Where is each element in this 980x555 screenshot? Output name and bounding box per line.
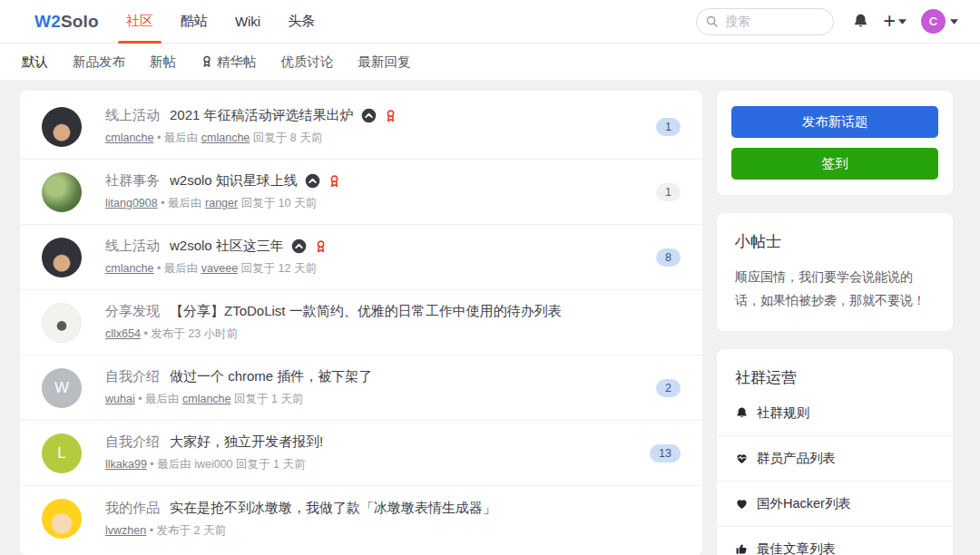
nav-item-community[interactable]: 社区 [126,0,153,43]
filter-item-new-products[interactable]: 新品发布 [73,54,125,71]
topic-title[interactable]: 【分享】ZToDoList 一款简约、优雅的日常工作中使用的待办列表 [170,303,562,320]
sidebar-link-rules[interactable]: 社群规则 [717,391,953,435]
sidebar-actions-card: 发布新话题 签到 [717,91,953,195]
logo-part-gray: Solo [61,12,99,31]
thumbs-up-icon [735,542,749,555]
user-link[interactable]: cmlanche [105,262,154,275]
topic-meta: cmlanche • 最后由 vaveee 回复于 12 天前 [105,261,640,277]
user-link[interactable]: litang0908 [105,197,158,209]
user-link[interactable]: ranger [205,197,238,209]
user-link[interactable]: lvwzhen [105,524,146,537]
sidebar-link-best-articles[interactable]: 最佳文章列表 [717,526,953,555]
topic-title[interactable]: 实在是抢不到冰墩墩，我做了款「冰墩墩表情生成器」 [170,500,496,517]
medal-icon [328,174,341,189]
user-link[interactable]: cmlanche [182,393,231,405]
site-logo[interactable]: W2Solo [34,12,99,32]
avatar[interactable] [42,303,82,343]
topic-row[interactable]: W 自我介绍 做过一个 chrome 插件，被下架了 wuhai • 最后由 c… [20,355,702,421]
meta-text: 最后由 [157,458,194,471]
meta-text: 最后由 [145,393,182,405]
meta-text: 回复于 12 天前 [238,262,317,275]
topic-row[interactable]: 我的作品 实在是抢不到冰墩墩，我做了款「冰墩墩表情生成器」 lvwzhen • … [20,486,702,551]
avatar[interactable]: W [42,368,82,408]
search-box [696,8,834,35]
pinned-icon [361,108,377,123]
topic-title[interactable]: 2021 年征稿活动评选结果出炉 [170,107,354,124]
topic-row[interactable]: 分享发现 【分享】ZToDoList 一款简约、优雅的日常工作中使用的待办列表 … [20,290,702,355]
filter-item-quality-discussions[interactable]: 优质讨论 [281,54,334,71]
meta-text: 回复于 10 天前 [238,197,317,209]
sidebar-link-label: 群员产品列表 [757,450,836,467]
meta-text: • [154,131,164,144]
sidebar-link-member-products[interactable]: 群员产品列表 [717,435,953,481]
filter-item-featured[interactable]: 精华帖 [201,54,257,71]
reply-count-badge: 13 [650,444,681,462]
nav-item-headlines[interactable]: 头条 [288,0,315,43]
user-menu-button[interactable]: C [921,9,958,34]
user-link[interactable]: wuhai [105,393,135,405]
user-link[interactable]: cmlanche [201,131,250,144]
meta-text: • [154,262,164,275]
avatar[interactable] [42,107,82,147]
topic-title[interactable]: w2solo 知识星球上线 [170,172,298,190]
avatar[interactable] [42,238,82,278]
topic-title[interactable]: w2solo 社区这三年 [170,238,284,255]
medal-icon [201,55,213,68]
topic-row[interactable]: 线上活动 w2solo 社区这三年 cmlanche • 最后由 vaveee … [20,225,702,290]
filter-item-default[interactable]: 默认 [22,54,48,71]
filter-item-new-posts[interactable]: 新帖 [150,54,176,71]
sidebar: 发布新话题 签到 小帖士 顺应国情，我们要学会说能说的话，如果怕被抄袭，那就不要… [717,91,953,555]
topic-title[interactable]: 做过一个 chrome 插件，被下架了 [170,368,372,385]
create-new-menu-button[interactable]: + [884,11,906,32]
avatar[interactable]: L [42,433,82,473]
sidebar-tips-card: 小帖士 顺应国情，我们要学会说能说的话，如果怕被抄袭，那就不要说！ [717,213,953,331]
meta-text: • [135,393,145,405]
pinned-icon [291,239,307,254]
chevron-down-icon [898,19,906,24]
avatar[interactable] [42,499,82,539]
user-link[interactable]: vaveee [201,262,238,275]
notifications-bell-icon[interactable] [852,13,869,30]
nav-item-wiki[interactable]: Wiki [235,0,260,43]
meta-text: 发布于 23 小时前 [151,327,238,340]
meta-text: 回复于 8 天前 [250,131,322,144]
topic-row[interactable]: L 自我介绍 大家好，独立开发者报到! llkaka99 • 最后由 iwei0… [20,421,702,486]
avatar[interactable] [42,172,82,212]
reply-count-badge: 2 [656,379,681,397]
topic-category[interactable]: 自我介绍 [105,433,160,451]
user-link[interactable]: llkaka99 [105,458,147,471]
publish-new-topic-button[interactable]: 发布新话题 [731,106,938,138]
topic-row[interactable]: 社群事务 w2solo 知识星球上线 litang0908 • 最后由 rang… [20,160,702,225]
tips-title: 小帖士 [735,231,935,252]
sidebar-community-card: 社群运营 社群规则群员产品列表国外Hacker列表最佳文章列表 [717,349,953,555]
user-avatar: C [921,9,946,34]
user-link[interactable]: cllx654 [105,327,141,340]
topic-meta: litang0908 • 最后由 ranger 回复于 10 天前 [105,196,640,211]
meta-text: 最后由 [164,262,201,275]
reply-count-badge: 1 [656,183,681,201]
topic-category[interactable]: 分享发现 [105,303,160,320]
topic-category[interactable]: 线上活动 [105,107,160,124]
topic-category[interactable]: 社群事务 [105,172,160,190]
nav-item-cool-sites[interactable]: 酷站 [181,0,208,43]
topic-row[interactable]: 线上活动 2021 年征稿活动评选结果出炉 cmlanche • 最后由 cml… [20,94,702,160]
reply-count-badge: 1 [656,118,681,136]
user-link[interactable]: cmlanche [105,131,154,144]
filter-item-latest-replies[interactable]: 最新回复 [358,54,411,71]
topic-category[interactable]: 线上活动 [105,238,160,255]
topic-category[interactable]: 我的作品 [105,500,160,517]
meta-text: iwei000 [194,458,232,471]
topic-meta: cllx654 • 发布于 23 小时前 [105,326,681,342]
topic-meta: cmlanche • 最后由 cmlanche 回复于 8 天前 [105,131,640,146]
sidebar-link-overseas-hackers[interactable]: 国外Hacker列表 [717,481,953,526]
topic-title[interactable]: 大家好，独立开发者报到! [170,433,323,451]
topic-category[interactable]: 自我介绍 [105,368,160,385]
filter-item-label: 默认 [22,54,48,71]
sidebar-link-label: 最佳文章列表 [757,540,836,555]
filter-item-label: 新品发布 [73,54,125,71]
meta-text: • [147,458,157,471]
community-links: 社群规则群员产品列表国外Hacker列表最佳文章列表 [717,391,953,555]
check-in-button[interactable]: 签到 [731,148,938,180]
bell-icon [735,406,749,420]
sidebar-link-label: 国外Hacker列表 [757,495,851,512]
